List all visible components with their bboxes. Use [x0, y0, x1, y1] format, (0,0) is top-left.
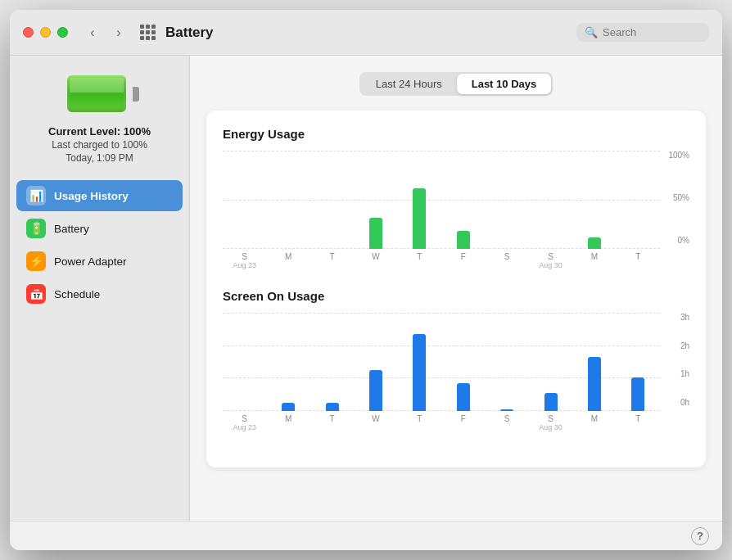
sidebar-label-power-adapter: Power Adapter	[54, 255, 127, 268]
x-label-day: T	[329, 252, 334, 261]
energy-chart-title: Energy Usage	[223, 127, 689, 141]
forward-button[interactable]: ›	[107, 21, 130, 44]
energy-bar-column	[572, 237, 616, 249]
x-label-day: F	[461, 252, 466, 261]
x-label-day: M	[285, 252, 291, 261]
energy-bar	[588, 237, 601, 249]
screen-x-label-group: SAug 23	[223, 414, 266, 431]
back-button[interactable]: ‹	[81, 21, 104, 44]
energy-x-label-group: T	[617, 252, 660, 269]
screen-x-label-group: W	[354, 414, 397, 431]
search-input[interactable]	[603, 26, 701, 38]
screen-bar-column	[310, 403, 354, 411]
sidebar-item-usage-history[interactable]: 📊 Usage History	[16, 180, 183, 211]
energy-x-label-group: SAug 23	[223, 252, 266, 269]
sidebar-label-schedule: Schedule	[54, 288, 100, 300]
energy-y-label-100: 100%	[668, 151, 689, 160]
energy-bar-column	[310, 247, 354, 249]
screen-bar	[369, 370, 382, 411]
sidebar-item-power-adapter[interactable]: ⚡ Power Adapter	[16, 246, 183, 277]
energy-bar	[457, 231, 470, 249]
close-button[interactable]	[23, 27, 34, 38]
screen-x-label-group: M	[572, 414, 616, 431]
screen-bars-container	[223, 313, 660, 411]
sidebar-label-battery: Battery	[54, 223, 89, 235]
energy-x-label-group: T	[398, 252, 441, 269]
x-label-day: S	[504, 252, 510, 261]
energy-bar	[631, 247, 644, 249]
x-label-date: Aug 23	[233, 423, 256, 431]
screen-bar	[457, 383, 470, 411]
screen-x-label-group: T	[398, 414, 441, 431]
screen-bar	[326, 403, 339, 411]
energy-bars-row	[223, 151, 660, 249]
x-label-day: T	[329, 414, 334, 423]
tab-bar: Last 24 Hours Last 10 Days	[359, 72, 553, 96]
window-title: Battery	[165, 25, 214, 41]
screen-bars-row	[223, 313, 660, 411]
x-label-day: S	[504, 414, 510, 423]
screen-usage-section: Screen On Usage 3h 2h 1h 0h	[223, 289, 689, 431]
energy-bar	[369, 218, 382, 249]
screen-x-label-group: T	[617, 414, 660, 431]
screen-chart-wrapper: 3h 2h 1h 0h	[223, 313, 689, 431]
screen-bar-column	[441, 383, 485, 411]
screen-chart-area: SAug 23MTWTFSSAug 30MT	[223, 313, 660, 431]
screen-x-label-group: T	[310, 414, 354, 431]
energy-x-labels: SAug 23MTWTFSSAug 30MT	[223, 249, 660, 269]
energy-bar-column	[485, 247, 528, 249]
energy-bar-column	[529, 247, 572, 249]
sidebar: Current Level: 100% Last charged to 100%…	[10, 56, 190, 521]
battery-icon-container	[67, 75, 133, 112]
tab-last-10-days[interactable]: Last 10 Days	[457, 74, 552, 94]
screen-y-labels: 3h 2h 1h 0h	[660, 313, 689, 407]
screen-bar	[588, 357, 601, 411]
screen-bar	[631, 377, 644, 411]
grid-dot	[140, 36, 144, 40]
help-button[interactable]: ?	[691, 527, 709, 545]
energy-x-label-group: S	[485, 252, 528, 269]
titlebar: ‹ › Battery 🔍	[10, 10, 722, 56]
x-label-day: M	[591, 414, 598, 423]
x-label-day: S	[242, 252, 247, 261]
energy-x-label-group: M	[572, 252, 616, 269]
bottom-bar: ?	[10, 521, 722, 550]
screen-bar	[544, 393, 558, 411]
grid-dot	[151, 36, 156, 40]
x-label-day: F	[461, 414, 466, 423]
maximize-button[interactable]	[57, 27, 68, 38]
energy-y-labels: 100% 50% 0%	[660, 151, 689, 245]
screen-bar-column	[223, 409, 266, 411]
tab-last-24h[interactable]: Last 24 Hours	[361, 74, 457, 94]
battery-body	[67, 75, 126, 112]
schedule-icon: 📅	[26, 284, 46, 304]
sidebar-item-schedule[interactable]: 📅 Schedule	[16, 278, 183, 309]
x-label-day: S	[242, 414, 247, 423]
sidebar-nav: 📊 Usage History 🔋 Battery ⚡ Power Adapte…	[10, 180, 189, 311]
nav-buttons: ‹ ›	[81, 21, 130, 44]
energy-chart-wrapper: 100% 50% 0%	[223, 151, 689, 269]
battery-nav-icon: 🔋	[26, 219, 46, 238]
x-label-day: T	[635, 414, 640, 423]
main-content: Current Level: 100% Last charged to 100%…	[10, 56, 722, 521]
app-grid-icon[interactable]	[140, 25, 156, 40]
screen-y-label-0h: 0h	[680, 398, 689, 407]
screen-y-label-1h: 1h	[680, 369, 689, 378]
x-label-day: S	[548, 414, 554, 423]
battery-visual	[67, 75, 133, 112]
sidebar-item-battery[interactable]: 🔋 Battery	[16, 213, 183, 244]
search-icon: 🔍	[585, 26, 598, 38]
x-label-date: Aug 30	[539, 261, 563, 269]
search-box[interactable]: 🔍	[576, 23, 709, 42]
minimize-button[interactable]	[40, 27, 51, 38]
x-label-day: T	[417, 414, 422, 423]
grid-dot	[146, 30, 150, 34]
screen-x-label-group: F	[441, 414, 485, 431]
energy-bar-column	[398, 188, 441, 249]
screen-bar-column	[266, 403, 310, 411]
screen-bar	[500, 409, 513, 411]
grid-dot	[140, 30, 144, 34]
sidebar-label-usage-history: Usage History	[54, 190, 129, 202]
grid-dot	[151, 25, 156, 29]
x-label-day: M	[285, 414, 291, 423]
